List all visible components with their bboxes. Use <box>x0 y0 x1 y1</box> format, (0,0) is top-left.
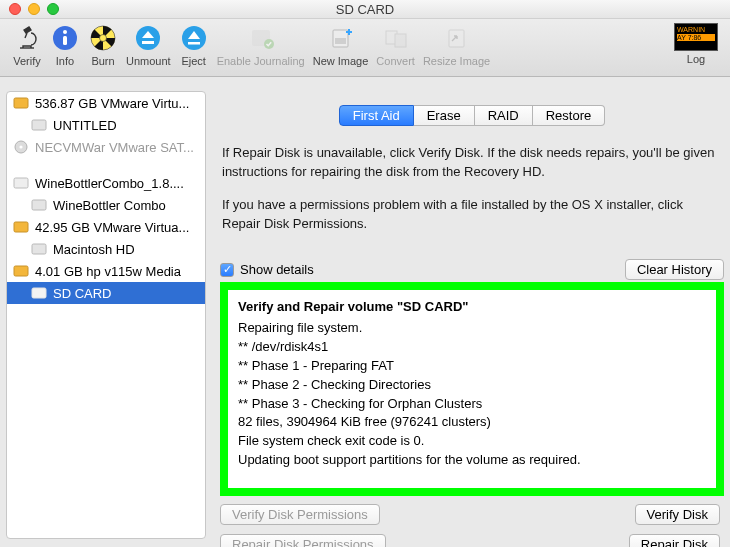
microscope-icon <box>12 23 42 53</box>
svg-rect-22 <box>14 222 28 232</box>
toolbar-info-label: Info <box>56 55 74 67</box>
disk-sidebar[interactable]: 536.87 GB VMware Virtu... UNTITLED NECVM… <box>6 91 206 539</box>
disk-row[interactable]: WineBottlerCombo_1.8.... <box>7 172 205 194</box>
toolbar-enable-journaling: Enable Journaling <box>213 23 309 67</box>
console-line: Updating boot support partitions for the… <box>238 451 706 470</box>
console-line: ** /dev/rdisk4s1 <box>238 338 706 357</box>
svg-rect-24 <box>14 266 28 276</box>
volume-label: UNTITLED <box>53 118 117 133</box>
new-image-icon <box>326 23 356 53</box>
volume-label: WineBottler Combo <box>53 198 166 213</box>
toolbar-new-image[interactable]: New Image <box>309 23 373 67</box>
repair-disk-permissions-button: Repair Disk Permissions <box>220 534 386 547</box>
svg-rect-25 <box>32 288 46 298</box>
convert-icon <box>381 23 411 53</box>
disk-label: WineBottlerCombo_1.8.... <box>35 176 184 191</box>
toolbar-unmount-label: Unmount <box>126 55 171 67</box>
eject-icon <box>179 23 209 53</box>
svg-rect-16 <box>14 98 28 108</box>
svg-rect-20 <box>14 178 28 188</box>
output-highlight: Verify and Repair volume "SD CARD" Repai… <box>220 282 724 496</box>
svg-rect-6 <box>142 41 154 44</box>
svg-rect-17 <box>32 120 46 130</box>
optical-label: NECVMWar VMware SAT... <box>35 140 194 155</box>
tab-raid[interactable]: RAID <box>475 105 533 126</box>
toolbar-verify[interactable]: Verify <box>8 23 46 67</box>
disk-label: 4.01 GB hp v115w Media <box>35 264 181 279</box>
svg-rect-12 <box>335 38 346 44</box>
toolbar-eject-label: Eject <box>181 55 205 67</box>
toolbar-resize-image: Resize Image <box>419 23 494 67</box>
toolbar-log-label: Log <box>687 53 705 65</box>
window-title: SD CARD <box>0 2 730 17</box>
hdd-icon <box>13 263 29 279</box>
info-paragraph-2: If you have a permissions problem with a… <box>222 196 716 234</box>
volume-icon <box>31 197 47 213</box>
toolbar-convert-label: Convert <box>376 55 415 67</box>
tab-first-aid[interactable]: First Aid <box>339 105 414 126</box>
repair-disk-button[interactable]: Repair Disk <box>629 534 720 547</box>
toolbar-burn-label: Burn <box>91 55 114 67</box>
svg-rect-8 <box>188 42 200 45</box>
info-paragraph-1: If Repair Disk is unavailable, click Ver… <box>222 144 716 182</box>
show-details-checkbox[interactable] <box>220 263 234 277</box>
optical-row[interactable]: NECVMWar VMware SAT... <box>7 136 205 158</box>
disk-label: 42.95 GB VMware Virtua... <box>35 220 189 235</box>
hdd-icon <box>13 95 29 111</box>
console-line: ** Phase 2 - Checking Directories <box>238 376 706 395</box>
tab-erase[interactable]: Erase <box>414 105 475 126</box>
volume-label: Macintosh HD <box>53 242 135 257</box>
volume-row-selected[interactable]: SD CARD <box>7 282 205 304</box>
volume-row[interactable]: UNTITLED <box>7 114 205 136</box>
warning-badge-icon: WARNIN AY 7:86 <box>674 23 718 51</box>
toolbar-unmount[interactable]: Unmount <box>122 23 175 67</box>
svg-point-19 <box>19 145 22 148</box>
toolbar-eject[interactable]: Eject <box>175 23 213 67</box>
info-icon <box>50 23 80 53</box>
console-line: ** Phase 1 - Preparing FAT <box>238 357 706 376</box>
disk-row[interactable]: 536.87 GB VMware Virtu... <box>7 92 205 114</box>
titlebar: SD CARD <box>0 0 730 19</box>
toolbar-new-image-label: New Image <box>313 55 369 67</box>
disk-label: 536.87 GB VMware Virtu... <box>35 96 189 111</box>
optical-drive-icon <box>13 139 29 155</box>
resize-image-icon <box>442 23 472 53</box>
show-details-label: Show details <box>240 262 314 277</box>
toolbar-resize-image-label: Resize Image <box>423 55 490 67</box>
disk-row[interactable]: 42.95 GB VMware Virtua... <box>7 216 205 238</box>
volume-icon <box>31 117 47 133</box>
svg-rect-21 <box>32 200 46 210</box>
toolbar-info[interactable]: Info <box>46 23 84 67</box>
console-line: Repairing file system. <box>238 319 706 338</box>
clear-history-button[interactable]: Clear History <box>625 259 724 280</box>
first-aid-info: If Repair Disk is unavailable, click Ver… <box>220 144 724 233</box>
console-heading: Verify and Repair volume "SD CARD" <box>238 298 706 317</box>
verify-disk-permissions-button: Verify Disk Permissions <box>220 504 380 525</box>
toolbar-log[interactable]: WARNIN AY 7:86 Log <box>670 23 722 65</box>
console-line: 82 files, 3904964 KiB free (976241 clust… <box>238 413 706 432</box>
hdd-icon <box>13 219 29 235</box>
dmg-icon <box>13 175 29 191</box>
first-aid-console: Verify and Repair volume "SD CARD" Repai… <box>228 290 716 488</box>
volume-icon <box>31 241 47 257</box>
toolbar-verify-label: Verify <box>13 55 41 67</box>
svg-rect-2 <box>63 36 67 45</box>
toolbar-convert: Convert <box>372 23 419 67</box>
toolbar: Verify Info Burn Unmount Eject Enable Jo… <box>0 19 730 77</box>
volume-row[interactable]: Macintosh HD <box>7 238 205 260</box>
console-line: ** Phase 3 - Checking for Orphan Cluster… <box>238 395 706 414</box>
console-line: File system check exit code is 0. <box>238 432 706 451</box>
tab-restore[interactable]: Restore <box>533 105 606 126</box>
svg-rect-14 <box>395 34 406 47</box>
svg-point-4 <box>100 35 107 42</box>
disk-row[interactable]: 4.01 GB hp v115w Media <box>7 260 205 282</box>
volume-icon <box>31 285 47 301</box>
burn-icon <box>88 23 118 53</box>
main-pane: First Aid Erase RAID Restore If Repair D… <box>220 91 724 539</box>
unmount-icon <box>133 23 163 53</box>
tab-bar: First Aid Erase RAID Restore <box>220 105 724 126</box>
verify-disk-button[interactable]: Verify Disk <box>635 504 720 525</box>
toolbar-burn[interactable]: Burn <box>84 23 122 67</box>
volume-row[interactable]: WineBottler Combo <box>7 194 205 216</box>
svg-rect-23 <box>32 244 46 254</box>
